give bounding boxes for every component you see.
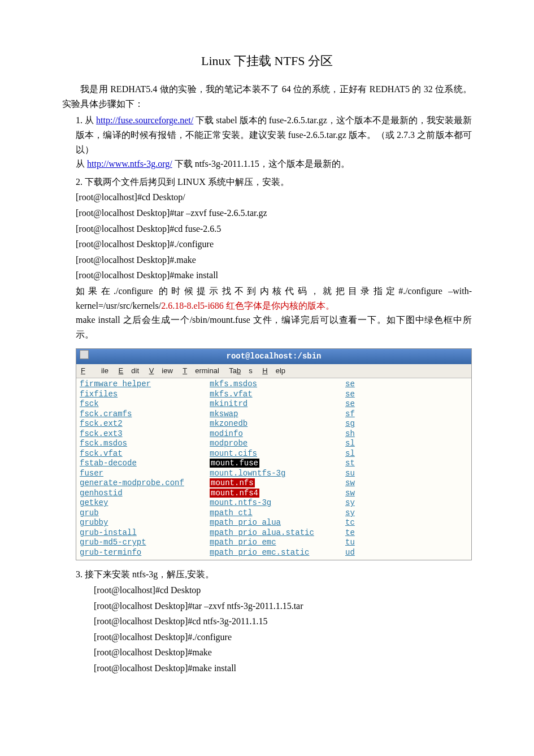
terminal-title-text: root@localhost:/sbin (226, 352, 321, 361)
term-col2: mount.nfs (210, 478, 345, 489)
terminal-row: fsck.ext2mkzonedbsg (80, 419, 468, 429)
terminal-row: getkeymount.ntfs-3gsy (80, 498, 468, 508)
s3-cmd5: [root@localhost Desktop]#make (94, 645, 472, 660)
term-col2: mkinitrd (210, 399, 345, 409)
menu-tabs[interactable]: Tabs (229, 366, 252, 375)
term-col1: getkey (80, 498, 210, 508)
term-col3: se (345, 379, 368, 390)
term-col2: mount.cifs (210, 449, 345, 459)
term-col3: tu (345, 538, 368, 548)
term-col2: mount.lowntfs-3g (210, 469, 345, 479)
term-col3: sy (345, 508, 368, 519)
s2-red: 2.6.18-8.el5-i686 红色字体是你内核的版本。 (161, 301, 335, 310)
terminal-row: fsck.cramfsmkswapsf (80, 409, 468, 420)
term-col1: fuser (80, 469, 210, 479)
terminal-body: firmware_helpermkfs.msdossefixfilesmkfs.… (76, 378, 471, 560)
step-3: 3. 接下来安装 ntfs-3g，解压,安装。 [root@localhost]… (76, 567, 472, 675)
steps-list: 1. 从 http://fuse.sourceforge.net/ 下载 sta… (62, 113, 472, 675)
terminal-row: fsck.ext3modinfosh (80, 429, 468, 439)
term-col3: se (345, 390, 368, 400)
terminal-row: fsck.msdosmodprobesl (80, 439, 468, 449)
term-col3: sy (345, 498, 368, 508)
s2-cmd3: [root@localhost Desktop]#cd fuse-2.6.5 (76, 222, 472, 236)
term-col3: se (345, 399, 368, 409)
term-col1: firmware_helper (80, 379, 210, 390)
menu-view[interactable]: View (149, 366, 173, 375)
menu-file[interactable]: File (81, 366, 108, 375)
s1-t3: 从 (76, 159, 85, 169)
term-col1: fsck.msdos (80, 439, 210, 449)
term-col2: modprobe (210, 439, 345, 449)
s2-cmd2: [root@localhost Desktop]#tar –zxvf fuse-… (76, 206, 472, 221)
term-col3: sg (345, 419, 368, 429)
term-col2: mpath_prio_emc (210, 538, 345, 548)
term-col2: mkfs.vfat (210, 390, 345, 400)
term-col1: fsck.vfat (80, 449, 210, 459)
terminal-window: root@localhost:/sbin File Edit View Term… (76, 348, 472, 560)
term-col1: fsck.ext2 (80, 419, 210, 429)
term-col2: mpath_prio_alua (210, 518, 345, 528)
term-col2: mount.ntfs-3g (210, 498, 345, 508)
term-col3: te (345, 528, 368, 538)
term-col1: generate-modprobe.conf (80, 478, 210, 489)
step-num-3: 3. (76, 569, 83, 579)
term-col1: fstab-decode (80, 459, 210, 469)
term-col1: grub-md5-crypt (80, 538, 210, 548)
term-col3: sw (345, 478, 368, 489)
s2-note: 如果在./configure 的时候提示找不到内核代码，就把目录指定#./con… (76, 284, 472, 313)
term-col3: sf (345, 409, 368, 420)
s1-t1: 从 (85, 115, 94, 125)
s3-cmd-block: [root@localhost]#cd Desktop [root@localh… (76, 583, 472, 676)
terminal-icon (80, 350, 89, 359)
s3-cmd4: [root@localhost Desktop]#./configure (94, 630, 472, 645)
link-ntfs3g[interactable]: http://www.ntfs-3g.org/ (87, 159, 172, 169)
terminal-row: grub-installmpath_prio_alua.staticte (80, 528, 468, 538)
terminal-row: grub-terminfompath_prio_emc.staticud (80, 548, 468, 558)
s3-cmd3: [root@localhost Desktop]#cd ntfs-3g-2011… (94, 614, 472, 629)
term-col2: mount.fuse (210, 459, 345, 469)
terminal-row: fsck.vfatmount.cifssl (80, 449, 468, 459)
term-col1: fsck.ext3 (80, 429, 210, 439)
s1-t4: 下载 ntfs-3g-2011.1.15，这个版本是最新的。 (175, 159, 350, 169)
s2-t3: make install 之后会生成一个/sbin/mount.fuse 文件，… (76, 313, 472, 342)
term-col3: tc (345, 518, 368, 528)
document-page: Linux 下挂载 NTFS 分区 我是用 REDHAT5.4 做的实验，我的笔… (0, 0, 534, 713)
term-col3: ud (345, 548, 368, 558)
term-col3: su (345, 469, 368, 479)
term-col2: mount.nfs4 (210, 489, 345, 499)
term-col2: modinfo (210, 429, 345, 439)
step-2: 2. 下载两个文件后拷贝到 LINUX 系统中解压，安装。 [root@loca… (76, 175, 472, 561)
term-col1: grubby (80, 518, 210, 528)
terminal-row: grub-md5-cryptmpath_prio_emctu (80, 538, 468, 548)
term-col1: grub (80, 508, 210, 519)
term-col3: sl (345, 449, 368, 459)
term-col2: mkfs.msdos (210, 379, 345, 390)
menu-edit[interactable]: Edit (119, 366, 139, 375)
link-fuse[interactable]: http://fuse.sourceforge.net/ (96, 115, 193, 125)
s3-cmd6: [root@localhost Desktop]#make install (94, 661, 472, 676)
s2-cmd-block: [root@localhost]#cd Desktop/ [root@local… (76, 190, 472, 283)
term-col1: fsck.cramfs (80, 409, 210, 420)
terminal-row: fixfilesmkfs.vfatse (80, 390, 468, 400)
terminal-row: fsckmkinitrdse (80, 399, 468, 409)
step-num-2: 2. (76, 177, 83, 187)
terminal-titlebar: root@localhost:/sbin (76, 349, 471, 364)
s2-t1: 下载两个文件后拷贝到 LINUX 系统中解压，安装。 (85, 177, 289, 187)
term-col1: grub-install (80, 528, 210, 538)
menu-help[interactable]: Help (262, 366, 285, 375)
menu-terminal[interactable]: Terminal (183, 366, 219, 375)
s2-cmd6: [root@localhost Desktop]#make install (76, 268, 472, 283)
terminal-row: generate-modprobe.confmount.nfssw (80, 478, 468, 489)
term-col2: mpath_prio_alua.static (210, 528, 345, 538)
doc-title: Linux 下挂载 NTFS 分区 (62, 51, 472, 71)
terminal-row: fusermount.lowntfs-3gsu (80, 469, 468, 479)
step-num-1: 1. (76, 115, 83, 125)
term-col2: mpath_ctl (210, 508, 345, 519)
s2-cmd1: [root@localhost]#cd Desktop/ (76, 190, 472, 205)
term-col3: sl (345, 439, 368, 449)
terminal-row: firmware_helpermkfs.msdosse (80, 379, 468, 390)
s3-cmd2: [root@localhost Desktop]#tar –zxvf ntfs-… (94, 599, 472, 614)
s2-cmd5: [root@localhost Desktop]#.make (76, 253, 472, 267)
terminal-row: grubbympath_prio_aluatc (80, 518, 468, 528)
s3-t1: 接下来安装 ntfs-3g，解压,安装。 (85, 569, 214, 579)
